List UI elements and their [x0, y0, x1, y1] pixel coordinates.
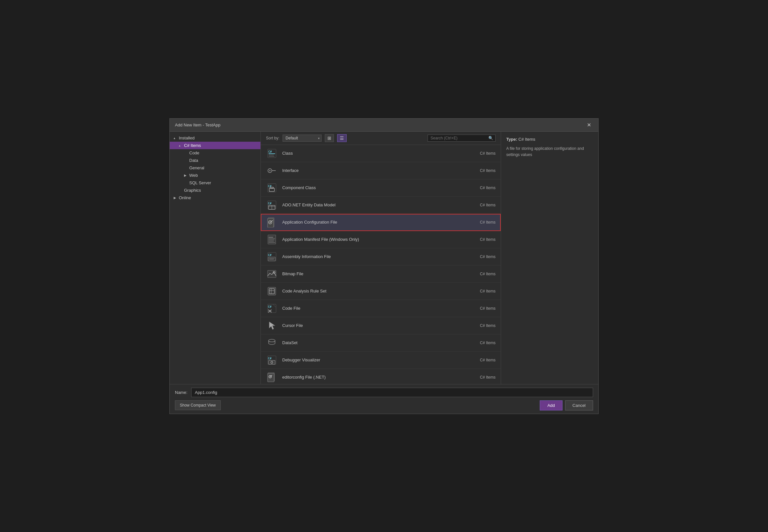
item-category-code-analysis: C# Items	[470, 289, 496, 293]
sidebar-item-web[interactable]: ▶ Web	[170, 172, 260, 179]
item-name-editorconfig: editorconfig File (.NET)	[282, 375, 470, 380]
sidebar-label-general: General	[189, 165, 204, 170]
list-item-dataset[interactable]: DataSet C# Items	[261, 334, 501, 352]
item-name-code-file: Code File	[282, 306, 470, 311]
list-item-debugger[interactable]: C# Debugger Visualizer C# Items	[261, 352, 501, 369]
list-view-button[interactable]: ☰	[337, 134, 346, 142]
svg-marker-42	[269, 322, 275, 330]
item-name-interface: Interface	[282, 168, 470, 173]
sidebar-item-online[interactable]: ▶ Online	[170, 194, 260, 201]
item-icon-debugger: C#	[266, 354, 278, 366]
center-panel: Sort by: Default Name Type ⊞ ☰	[261, 132, 501, 384]
item-category-class: C# Items	[470, 151, 496, 156]
svg-rect-26	[268, 241, 274, 241]
svg-text:C#: C#	[268, 305, 271, 308]
name-input[interactable]	[191, 388, 593, 397]
list-item-manifest[interactable]: Application Manifest File (Windows Only)…	[261, 231, 501, 248]
compact-view-button[interactable]: Show Compact View	[175, 400, 221, 410]
item-name-cursor: Cursor File	[282, 323, 470, 328]
item-icon-config	[266, 216, 278, 228]
item-category-manifest: C# Items	[470, 237, 496, 242]
item-name-bitmap: Bitmap File	[282, 271, 470, 276]
item-category-dataset: C# Items	[470, 341, 496, 345]
svg-rect-30	[268, 257, 275, 261]
name-row: Name:	[175, 388, 593, 397]
name-label: Name:	[175, 390, 187, 395]
action-buttons: Add Cancel	[540, 400, 593, 410]
sidebar-label-code: Code	[189, 150, 199, 155]
search-icon: 🔍	[488, 136, 493, 140]
add-button[interactable]: Add	[540, 400, 562, 410]
search-input[interactable]	[428, 135, 487, 141]
item-icon-cursor	[266, 320, 278, 331]
grid-view-icon: ⊞	[327, 136, 331, 141]
main-content: ▴ Installed ▴ C# Items Code Data Gener	[170, 132, 598, 384]
svg-rect-23	[268, 237, 273, 238]
sort-select[interactable]: Default Name Type	[282, 135, 321, 142]
list-item-interface[interactable]: Interface C# Items	[261, 162, 501, 179]
item-name-component-class: Component Class	[282, 185, 470, 190]
item-icon-editorconfig	[266, 371, 278, 383]
item-category-adonet: C# Items	[470, 203, 496, 207]
sidebar-item-sql-server[interactable]: SQL Server	[170, 179, 260, 187]
list-item-component-class[interactable]: C# Component Class C# Items	[261, 179, 501, 197]
close-button[interactable]: ✕	[585, 121, 593, 129]
list-item-code-file[interactable]: C# Code File C# Items	[261, 300, 501, 317]
title-bar: Add New Item - TestApp ✕	[170, 119, 598, 132]
dialog-title: Add New Item - TestApp	[175, 123, 220, 127]
cancel-button[interactable]: Cancel	[565, 400, 593, 410]
item-name-dataset: DataSet	[282, 340, 470, 345]
item-icon-assembly: C#	[266, 251, 278, 263]
list-item-adonet[interactable]: C# ADO.NET Entity Data Model C# Items	[261, 197, 501, 214]
item-icon-manifest	[266, 234, 278, 245]
item-name-debugger: Debugger Visualizer	[282, 357, 470, 362]
item-icon-dataset	[266, 337, 278, 349]
tree-arrow-data	[184, 159, 187, 162]
item-category-interface: C# Items	[470, 168, 496, 173]
sidebar-label-installed: Installed	[179, 136, 194, 140]
sidebar-item-csharp-items[interactable]: ▴ C# Items	[170, 142, 260, 149]
list-item-cursor[interactable]: Cursor File C# Items	[261, 317, 501, 334]
bottom-bar: Name: Show Compact View Add Cancel	[170, 384, 598, 414]
item-category-cursor: C# Items	[470, 323, 496, 328]
sidebar-label-csharp: C# Items	[184, 143, 201, 148]
grid-view-button[interactable]: ⊞	[325, 134, 334, 142]
list-item-class[interactable]: C# Class C# Items	[261, 145, 501, 162]
search-box: 🔍	[428, 135, 496, 142]
search-icon-button[interactable]: 🔍	[487, 135, 495, 141]
item-icon-bitmap	[266, 268, 278, 280]
svg-rect-4	[268, 156, 274, 157]
sidebar-item-graphics[interactable]: Graphics	[170, 187, 260, 194]
item-category-editorconfig: C# Items	[470, 375, 496, 380]
sidebar-label-web: Web	[189, 173, 198, 178]
list-item-code-analysis[interactable]: Code Analysis Rule Set C# Items	[261, 283, 501, 300]
sidebar-label-online: Online	[179, 195, 191, 200]
svg-text:C#: C#	[268, 150, 272, 153]
sidebar-item-data[interactable]: Data	[170, 157, 260, 164]
list-item-bitmap[interactable]: Bitmap File C# Items	[261, 266, 501, 283]
item-category-component-class: C# Items	[470, 186, 496, 190]
svg-point-6	[269, 170, 270, 171]
sidebar-item-installed[interactable]: ▴ Installed	[170, 134, 260, 142]
type-value: C# Items	[518, 137, 535, 142]
item-icon-code-analysis	[266, 285, 278, 297]
sidebar-label-graphics: Graphics	[184, 188, 201, 193]
svg-rect-25	[268, 240, 274, 240]
item-category-bitmap: C# Items	[470, 272, 496, 276]
sidebar-item-general[interactable]: General	[170, 164, 260, 172]
add-new-item-dialog: Add New Item - TestApp ✕ ▴ Installed ▴ C…	[169, 118, 599, 414]
sort-label: Sort by:	[266, 136, 279, 140]
sidebar: ▴ Installed ▴ C# Items Code Data Gener	[170, 132, 261, 384]
tree-arrow-installed: ▴	[174, 136, 177, 140]
list-view-icon: ☰	[340, 136, 344, 141]
sidebar-item-code[interactable]: Code	[170, 149, 260, 157]
sidebar-label-data: Data	[189, 158, 198, 163]
item-icon-adonet: C#	[266, 199, 278, 211]
item-category-assembly: C# Items	[470, 254, 496, 259]
list-item-app-config[interactable]: Application Configuration File C# Items	[261, 214, 501, 231]
item-icon-interface	[266, 165, 278, 176]
item-category-code-file: C# Items	[470, 306, 496, 311]
list-item-assembly[interactable]: C# Assembly Information File C# Items	[261, 248, 501, 266]
list-item-editorconfig[interactable]: editorconfig File (.NET) C# Items	[261, 369, 501, 384]
footer-row: Show Compact View Add Cancel	[175, 400, 593, 410]
